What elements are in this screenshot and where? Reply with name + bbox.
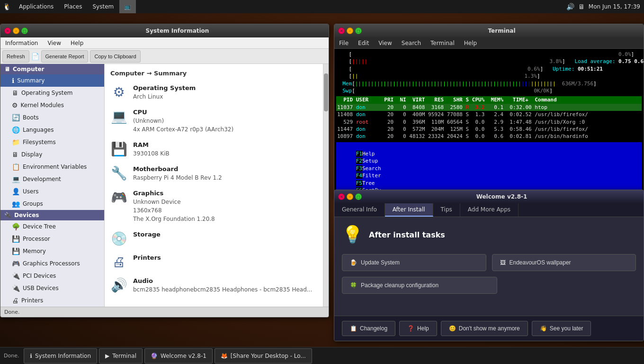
taskbar-share-btn[interactable]: 🦊 [Share Your Desktop - Lo...	[215, 348, 312, 364]
devicetree-icon: 🌳	[12, 223, 20, 230]
taskbar-welcome-btn[interactable]: 🔮 Welcome v2.8-1	[144, 348, 213, 364]
panel-app-icon[interactable]: 📺	[119, 0, 136, 13]
see-you-later-btn[interactable]: 👋 See you later	[532, 321, 591, 336]
sidebar-item-os[interactable]: 🖥 Operating System	[0, 87, 104, 99]
welcome-footer: 📋 Changelog ❓ Help 😊 Don't show me anymo…	[334, 316, 644, 341]
sysinfo-min-btn[interactable]: –	[13, 27, 19, 34]
sidebar-item-processor[interactable]: 💾 Processor	[0, 233, 104, 245]
storage-title: Storage	[133, 231, 317, 238]
refresh-btn[interactable]: Refresh	[2, 50, 29, 63]
pci-icon: 🔌	[12, 272, 20, 280]
display-item-icon: 🖥	[12, 151, 18, 158]
audio-value: bcm2835 headphonebcm2835 Headphones - bc…	[133, 285, 317, 294]
sidebar-item-development[interactable]: 💻 Development	[0, 173, 104, 185]
taskbar-sysinfo-icon: ℹ	[30, 353, 32, 359]
menu-information[interactable]: Information	[0, 37, 43, 49]
graphics-icon: 🎮	[12, 260, 20, 267]
sysinfo-window: ✕ – □ System Information Information Vie…	[0, 24, 329, 318]
sidebar-item-printers[interactable]: 🖨 Printers	[0, 294, 104, 307]
htop-proc-4: 11447 don 20 0 572M 204M 125M S 0.0 5.3 …	[336, 126, 642, 133]
menu-view[interactable]: View	[43, 37, 65, 49]
dont-show-icon: 😊	[449, 325, 456, 332]
sysinfo-main-content: Computer → Summary ⚙ Operating System Ar…	[105, 64, 323, 307]
eos-wallpaper-btn[interactable]: 🖼 EndeavourOS wallpaper	[492, 254, 636, 271]
welcome-max-btn[interactable]: □	[355, 193, 362, 200]
terminal-body[interactable]: 1 [ 0.0%] Tasks: 75, 293 thr; 1 running …	[334, 49, 644, 199]
sidebar-item-languages[interactable]: 🌐 Languages	[0, 124, 104, 136]
help-label: Help	[417, 325, 429, 332]
welcome-content: 💡 After install tasks 🍺 Update System 🖼 …	[334, 217, 644, 316]
system-menu[interactable]: System	[88, 0, 118, 13]
term-menu-view[interactable]: View	[374, 37, 396, 49]
sidebar-item-envvars[interactable]: 📋 Environment Variables	[0, 161, 104, 173]
groups-icon: 👥	[12, 200, 20, 208]
htop-line-2: 2 [||||| 3.8%] Load average: 0.75 0.61 0…	[336, 58, 642, 65]
printers-icon: 🖨	[12, 297, 18, 304]
term-menu-search[interactable]: Search	[397, 37, 426, 49]
sysinfo-close-btn[interactable]: ✕	[4, 27, 11, 34]
terminal-window: ✕ – □ Terminal File Edit View Search Ter…	[334, 24, 644, 199]
audio-section-icon: 🔊	[110, 277, 127, 293]
sysinfo-scrollbar[interactable]	[323, 64, 329, 307]
welcome-min-btn[interactable]: –	[347, 193, 353, 200]
sidebar-item-groups[interactable]: 👥 Groups	[0, 198, 104, 210]
terminal-min-btn[interactable]: –	[347, 27, 353, 34]
htop-mem-line: Mem[||||||||||||||||||||||||||||||||||||…	[336, 80, 642, 87]
sidebar-item-pci[interactable]: 🔌 PCI Devices	[0, 270, 104, 282]
term-menu-terminal[interactable]: Terminal	[426, 37, 459, 49]
cpu-section: 💻 CPU (Unknown) 4x ARM Cortex-A72 r0p3 (…	[110, 109, 317, 134]
pkg-cleanup-btn[interactable]: 🍀 Package cleanup configuration	[342, 277, 497, 294]
os-section-content: Operating System Arch Linux	[133, 84, 317, 101]
gfx-line3: The X.Org Foundation 1.20.8	[133, 215, 317, 223]
terminal-max-btn[interactable]: □	[355, 27, 362, 34]
dont-show-btn[interactable]: 😊 Don't show me anymore	[441, 321, 528, 336]
applications-menu[interactable]: Applications	[14, 0, 58, 13]
memory-icon: 💾	[12, 247, 20, 255]
sidebar-item-devicetree[interactable]: 🌳 Device Tree	[0, 220, 104, 233]
gfx-section: 🎮 Graphics Unknown Device 644x364 The X…	[110, 190, 317, 223]
generate-report-btn[interactable]: Generate Report	[41, 50, 89, 63]
summary-icon: ℹ	[12, 77, 14, 84]
htop-line-3: 3 [ 0.6%] Uptime: 00:51:21	[336, 65, 642, 73]
taskbar-terminal-btn[interactable]: ▶ Terminal	[99, 348, 143, 364]
tab-after-install[interactable]: After Install	[385, 203, 433, 217]
term-menu-file[interactable]: File	[334, 37, 353, 49]
term-menu-help[interactable]: Help	[459, 37, 482, 49]
places-menu[interactable]: Places	[59, 0, 87, 13]
htop-proc-1: 11037 don 20 0 8408 3168 2580 R 3.2 0.1 …	[336, 104, 642, 111]
menu-help[interactable]: Help	[66, 37, 88, 49]
terminal-titlebar: ✕ – □ Terminal	[334, 24, 644, 37]
help-btn[interactable]: ❓ Help	[399, 321, 437, 336]
term-menu-edit[interactable]: Edit	[353, 37, 374, 49]
sidebar-category-computer[interactable]: 🖥 Computer	[0, 64, 104, 74]
sidebar-item-graphics[interactable]: 🎮 Graphics Processors	[0, 257, 104, 270]
display-icon[interactable]: 🖥	[578, 3, 585, 10]
tab-tips[interactable]: Tips	[433, 203, 460, 217]
sidebar-item-boots[interactable]: 🔄 Boots	[0, 111, 104, 124]
htop-line-1: 1 [ 0.0%] Tasks: 75, 293 thr; 1 running	[336, 51, 642, 58]
changelog-btn[interactable]: 📋 Changelog	[342, 321, 395, 336]
sidebar-item-users[interactable]: 👤 Users	[0, 185, 104, 198]
tab-add-more-apps[interactable]: Add More Apps	[460, 203, 519, 217]
terminal-close-btn[interactable]: ✕	[338, 27, 345, 34]
sidebar-item-kernel[interactable]: ⚙ Kernel Modules	[0, 99, 104, 111]
sidebar-item-summary[interactable]: ℹ Summary	[0, 74, 104, 87]
copy-clipboard-btn[interactable]: Copy to Clipboard	[90, 50, 140, 63]
processor-icon: 💾	[12, 235, 20, 243]
sidebar-item-memory[interactable]: 💾 Memory	[0, 245, 104, 257]
volume-icon[interactable]: 🔊	[566, 3, 574, 10]
cpu-section-content: CPU (Unknown) 4x ARM Cortex-A72 r0p3 (AA…	[133, 109, 317, 134]
tab-general-info[interactable]: General Info	[334, 203, 385, 217]
sysinfo-max-btn[interactable]: □	[21, 27, 28, 34]
cpu-title: CPU	[133, 109, 317, 116]
sidebar-item-usb[interactable]: 🔌 USB Devices	[0, 282, 104, 294]
update-system-btn[interactable]: 🍺 Update System	[342, 254, 486, 271]
ram-section: 💾 RAM 3930108 KiB	[110, 141, 317, 158]
sysinfo-titlebar: ✕ – □ System Information	[0, 24, 329, 37]
taskbar-sysinfo-btn[interactable]: ℹ System Information	[24, 348, 97, 364]
sidebar-item-display[interactable]: 🖥 Display	[0, 148, 104, 161]
sidebar-item-filesystems[interactable]: 📁 Filesystems	[0, 136, 104, 148]
kernel-icon: ⚙	[12, 101, 18, 109]
welcome-close-btn[interactable]: ✕	[338, 193, 345, 200]
sidebar-category-devices[interactable]: 🔌 Devices	[0, 210, 104, 220]
